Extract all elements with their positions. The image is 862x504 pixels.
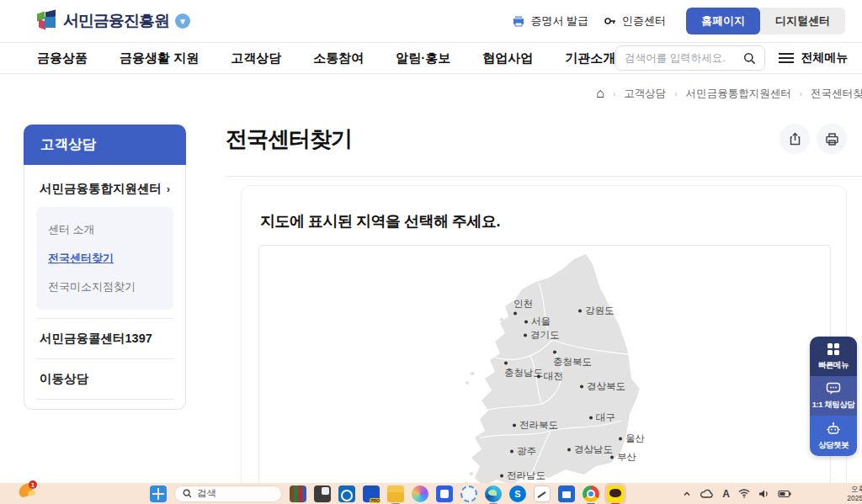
sidebar-item-integrated-support-center[interactable]: 서민금융통합지원센터 › <box>36 170 173 207</box>
ime-korean-a-icon[interactable]: A <box>722 488 730 500</box>
clock-meridiem: 오후 <box>847 485 862 494</box>
map-region-name: 부산 <box>617 451 636 464</box>
map-region-name: 경기도 <box>530 329 560 342</box>
korea-map: 인천서울경기도강원도충청북도충청남도대전경상북도대구전라북도울산광주경상남도부산… <box>258 245 831 497</box>
all-menu-button[interactable]: 전체메뉴 <box>779 50 848 66</box>
dictionary-app-icon[interactable] <box>290 485 306 502</box>
homepage-button[interactable]: 홈페이지 <box>686 8 760 34</box>
map-region-name: 경상북도 <box>587 380 625 393</box>
map-region-dot <box>513 423 516 427</box>
sidebar-item-mobile-counsel[interactable]: 이동상담 <box>36 358 173 399</box>
map-region-name: 전라남도 <box>507 470 545 482</box>
chrome-icon[interactable] <box>583 485 599 502</box>
wifi-icon[interactable] <box>738 489 750 498</box>
nav-item-2[interactable]: 고객상담 <box>231 50 281 66</box>
breadcrumb-item-0[interactable]: 고객상담 <box>624 87 666 101</box>
pro-app-icon[interactable] <box>363 485 380 502</box>
map-region-13[interactable]: 부산 <box>610 451 636 464</box>
photos-app-icon[interactable] <box>436 485 453 502</box>
nav-item-1[interactable]: 금융생활 지원 <box>120 50 199 66</box>
sidebar-subitem-1[interactable]: 전국센터찾기 <box>46 244 163 273</box>
map-region-12[interactable]: 경상남도 <box>567 443 613 456</box>
breadcrumb-item-2[interactable]: 전국센터찾기 <box>811 87 862 101</box>
search-icon[interactable] <box>743 52 756 65</box>
quick-menu-grid-button[interactable]: 빠른메뉴 <box>810 337 857 376</box>
map-region-8[interactable]: 대구 <box>589 411 615 424</box>
map-region-1[interactable]: 서울 <box>524 316 551 328</box>
map-region-dot <box>513 312 517 316</box>
skype-icon[interactable] <box>509 485 526 502</box>
map-region-name: 경상남도 <box>574 443 613 456</box>
map-region-10[interactable]: 울산 <box>619 432 645 445</box>
taskbar-search[interactable]: 검색 <box>174 485 282 502</box>
print-icon <box>825 132 839 146</box>
site-header: 서민금융진흥원 ▼ 증명서 발급 인증센터 홈페이지 디지털센터 <box>0 0 862 42</box>
windows-taskbar: 1 검색 A 오후 2025- <box>0 483 862 504</box>
map-region-7[interactable]: 경상북도 <box>580 380 625 393</box>
share-button[interactable] <box>780 124 810 154</box>
map-region-2[interactable]: 경기도 <box>524 329 560 342</box>
breadcrumb-item-1[interactable]: 서민금융통합지원센터 <box>686 87 791 101</box>
kakao-notification-icon[interactable]: 1 <box>19 484 33 496</box>
printer-icon <box>512 14 525 28</box>
map-region-4[interactable]: 충청북도 <box>553 351 592 369</box>
sidebar: 고객상담 서민금융통합지원센터 › 센터 소개전국센터찾기전국미소지점찾기 서민… <box>24 125 186 410</box>
page-title: 전국센터찾기 <box>226 125 352 154</box>
notification-badge: 1 <box>29 480 37 489</box>
quick-menu-robot-button[interactable]: 상담챗봇 <box>810 416 857 456</box>
map-region-dot <box>567 448 571 451</box>
ms-store-icon[interactable] <box>558 485 575 502</box>
map-region-3[interactable]: 강원도 <box>578 305 615 317</box>
nav-item-0[interactable]: 금융상품 <box>37 50 88 66</box>
sidebar-subitem-0[interactable]: 센터 소개 <box>46 215 163 244</box>
map-region-name: 전라북도 <box>519 419 558 432</box>
quick-menu: 빠른메뉴1:1 채팅상담상담챗봇 <box>810 337 857 456</box>
map-region-11[interactable]: 광주 <box>510 445 536 458</box>
nav-item-4[interactable]: 알림·홍보 <box>396 50 450 66</box>
map-region-14[interactable]: 전라남도 <box>500 470 545 482</box>
map-instruction: 지도에 표시된 지역을 선택해 주세요. <box>260 211 829 231</box>
file-explorer-icon[interactable] <box>387 485 404 502</box>
sidebar-submenu: 센터 소개전국센터찾기전국미소지점찾기 <box>36 207 173 310</box>
nav-item-6[interactable]: 기관소개 <box>565 50 615 66</box>
map-region-name: 대전 <box>544 370 563 383</box>
onedrive-cloud-icon[interactable] <box>700 489 714 499</box>
quick-menu-label: 빠른메뉴 <box>818 360 849 371</box>
capture-app-icon[interactable] <box>460 485 477 502</box>
edge-icon[interactable] <box>485 485 502 502</box>
outlook-icon[interactable] <box>338 485 355 502</box>
home-icon[interactable]: ⌂ <box>596 86 604 101</box>
taskbar-clock[interactable]: 오후 2025- <box>847 485 862 502</box>
logo[interactable]: 서민금융진흥원 ▼ <box>37 10 190 32</box>
taskbar-apps: 검색 <box>150 483 624 504</box>
quick-menu-chat-bubble-button[interactable]: 1:1 채팅상담 <box>810 376 857 416</box>
volume-icon[interactable] <box>758 489 769 499</box>
grid-icon <box>827 342 840 358</box>
chevron-down-icon[interactable]: ▼ <box>175 13 190 29</box>
map-region-0[interactable]: 인천 <box>513 298 533 316</box>
auth-center-link[interactable]: 인증센터 <box>604 13 666 29</box>
digital-center-button[interactable]: 디지털센터 <box>760 8 845 34</box>
main-nav: 금융상품금융생활 지원고객상담소통참여알림·홍보협업사업기관소개 전체메뉴 <box>0 42 862 74</box>
sidebar-item-call-center[interactable]: 서민금융콜센터1397 <box>36 318 173 358</box>
system-tray: A <box>682 488 791 500</box>
map-region-9[interactable]: 전라북도 <box>513 419 558 432</box>
map-region-6[interactable]: 대전 <box>537 370 563 383</box>
chat-bubble-icon <box>826 382 841 397</box>
sidebar-subitem-2[interactable]: 전국미소지점찾기 <box>46 273 163 301</box>
map-region-dot <box>537 374 540 378</box>
nav-item-3[interactable]: 소통참여 <box>313 50 364 66</box>
map-region-dot <box>610 455 614 459</box>
kakaotalk-icon[interactable] <box>607 485 624 502</box>
todo-app-icon[interactable] <box>534 485 551 502</box>
print-button[interactable] <box>817 124 847 154</box>
battery-icon[interactable] <box>778 490 791 498</box>
snipping-tool-icon[interactable] <box>314 485 331 502</box>
certificate-issue-link[interactable]: 증명서 발급 <box>512 13 588 29</box>
chevron-up-icon[interactable] <box>682 489 692 499</box>
search-input[interactable] <box>625 52 738 64</box>
copilot-icon[interactable] <box>412 485 428 502</box>
map-region-dot <box>504 362 508 365</box>
nav-item-5[interactable]: 협업사업 <box>482 50 533 66</box>
start-button[interactable] <box>150 485 167 502</box>
